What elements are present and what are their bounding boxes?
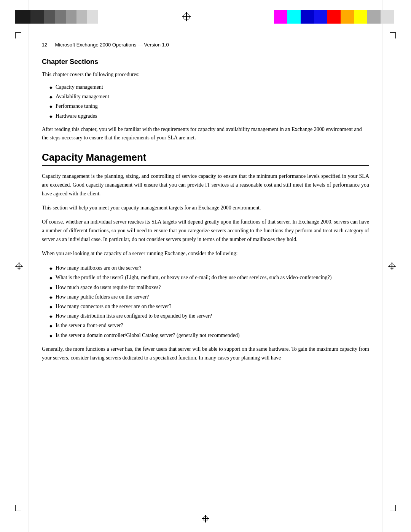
color-strip-left (15, 10, 99, 24)
color-block (354, 10, 367, 24)
margin-line-right (382, 0, 382, 532)
color-block (44, 10, 55, 24)
page: 12 Microsoft Exchange 2000 Operations — … (0, 0, 411, 532)
section-title: Capacity Management (42, 152, 369, 166)
right-crosshair (388, 262, 396, 270)
page-number: 12 (42, 42, 47, 48)
list-item: How much space do users require for mail… (49, 283, 369, 292)
capacity-paragraph-1: Capacity management is the planning, siz… (42, 172, 369, 198)
chapter-sections: Chapter Sections This chapter covers the… (42, 58, 369, 142)
top-bar (0, 7, 411, 27)
list-item: How many mailboxes are on the server? (49, 263, 369, 273)
color-block (55, 10, 66, 24)
margin-line-left (29, 0, 29, 532)
after-bullets-paragraph: After reading this chapter, you will be … (42, 125, 369, 142)
capacity-final-paragraph: Generally, the more functions a server h… (42, 345, 369, 362)
color-strip-right (274, 10, 396, 24)
list-item: Performance tuning (49, 101, 369, 111)
capacity-paragraph-4: When you are looking at the capacity of … (42, 249, 369, 258)
list-item: How many distribution lists are configur… (49, 311, 369, 321)
chapter-intro-text: This chapter covers the following proced… (42, 70, 369, 78)
color-block (381, 10, 394, 24)
left-crosshair (15, 262, 23, 270)
color-block (87, 10, 98, 24)
capacity-management-section: Capacity Management Capacity management … (42, 152, 369, 362)
chapter-sections-title: Chapter Sections (42, 58, 369, 66)
list-item: Is the server a domain controller/Global… (49, 331, 369, 340)
capacity-paragraph-2: This section will help you meet your cap… (42, 203, 369, 212)
corner-mark-bottom-right (388, 503, 396, 511)
color-block (76, 10, 87, 24)
corner-mark-top-right (388, 32, 396, 40)
color-block (287, 10, 301, 24)
color-block (15, 10, 30, 24)
top-center-crosshair (182, 12, 191, 21)
page-header: 12 Microsoft Exchange 2000 Operations — … (42, 42, 369, 50)
bottom-crosshair (202, 515, 209, 522)
list-item: Hardware upgrades (49, 111, 369, 121)
capacity-bullet-list: How many mailboxes are on the server? Wh… (49, 263, 369, 340)
color-block (367, 10, 381, 24)
color-block (314, 10, 327, 24)
list-item: Is the server a front-end server? (49, 321, 369, 330)
list-item: Availability management (49, 92, 369, 101)
color-block (66, 10, 76, 24)
corner-mark-bottom-left (15, 503, 23, 511)
color-block (274, 10, 287, 24)
corner-mark-top-left (15, 32, 23, 40)
list-item: Capacity management (49, 82, 369, 92)
content-area: 12 Microsoft Exchange 2000 Operations — … (42, 42, 369, 502)
header-title: Microsoft Exchange 2000 Operations — Ver… (55, 42, 169, 48)
color-block (30, 10, 44, 24)
color-block (301, 10, 314, 24)
list-item: What is the profile of the users? (Light… (49, 273, 369, 282)
capacity-paragraph-3: Of course, whether an individual server … (42, 217, 369, 244)
chapter-bullet-list: Capacity management Availability managem… (49, 82, 369, 121)
list-item: How many connectors on the server are on… (49, 302, 369, 311)
list-item: How many public folders are on the serve… (49, 292, 369, 302)
color-block (327, 10, 341, 24)
color-block (341, 10, 354, 24)
